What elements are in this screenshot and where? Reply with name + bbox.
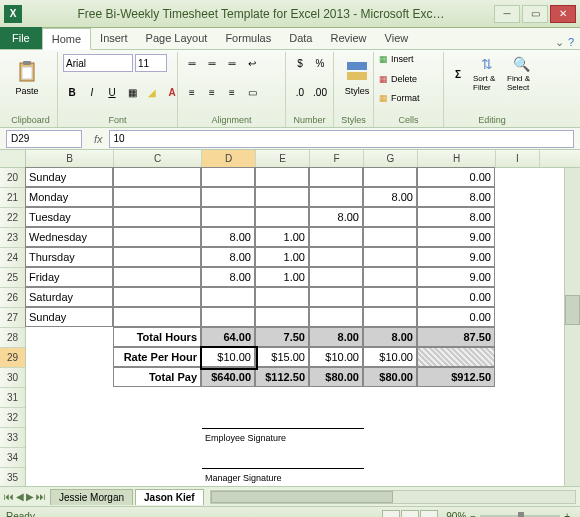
autosum-button[interactable]: Σ bbox=[449, 65, 467, 83]
tab-formulas[interactable]: Formulas bbox=[216, 27, 280, 49]
row-header-23[interactable]: 23 bbox=[0, 228, 25, 248]
tab-home[interactable]: Home bbox=[42, 28, 91, 50]
name-box[interactable]: D29 bbox=[6, 130, 82, 148]
cell-B23[interactable]: Wednesday bbox=[25, 227, 113, 247]
cell-C24[interactable] bbox=[113, 247, 201, 267]
cell-G24[interactable] bbox=[363, 247, 417, 267]
tab-view[interactable]: View bbox=[376, 27, 418, 49]
cell-F25[interactable] bbox=[309, 267, 363, 287]
col-header-C[interactable]: C bbox=[114, 150, 202, 167]
formula-input[interactable]: 10 bbox=[109, 130, 574, 148]
cell-G20[interactable] bbox=[363, 167, 417, 187]
col-header-D[interactable]: D bbox=[202, 150, 256, 167]
fill-color-button[interactable]: ◢ bbox=[143, 84, 161, 102]
cell-G26[interactable] bbox=[363, 287, 417, 307]
percent-button[interactable]: % bbox=[311, 54, 329, 72]
cell-B20[interactable]: Sunday bbox=[25, 167, 113, 187]
cell-H22[interactable]: 8.00 bbox=[417, 207, 495, 227]
paste-button[interactable]: Paste bbox=[9, 54, 45, 102]
cell-G21[interactable]: 8.00 bbox=[363, 187, 417, 207]
help-icon[interactable]: ? bbox=[568, 36, 574, 49]
row-header-26[interactable]: 26 bbox=[0, 288, 25, 308]
cell-C25[interactable] bbox=[113, 267, 201, 287]
sheet-tab-jason[interactable]: Jason Kief bbox=[135, 489, 204, 505]
cell-F20[interactable] bbox=[309, 167, 363, 187]
cell-H21[interactable]: 8.00 bbox=[417, 187, 495, 207]
cell-B27[interactable]: Sunday bbox=[25, 307, 113, 327]
row-header-22[interactable]: 22 bbox=[0, 208, 25, 228]
cell-F30[interactable]: $80.00 bbox=[309, 367, 363, 387]
sheet-tab-jessie[interactable]: Jessie Morgan bbox=[50, 489, 133, 505]
format-cells-button[interactable]: ▦Format bbox=[379, 93, 438, 103]
cell-C21[interactable] bbox=[113, 187, 201, 207]
cell-H23[interactable]: 9.00 bbox=[417, 227, 495, 247]
cell-D27[interactable] bbox=[201, 307, 255, 327]
tab-nav-first[interactable]: ⏮ bbox=[4, 491, 14, 502]
cell-E30[interactable]: $112.50 bbox=[255, 367, 309, 387]
cell-H30[interactable]: $912.50 bbox=[417, 367, 495, 387]
delete-cells-button[interactable]: ▦Delete bbox=[379, 74, 438, 84]
cells-area[interactable]: Sunday0.00Monday8.008.00Tuesday8.008.00W… bbox=[26, 168, 580, 486]
page-break-view-button[interactable] bbox=[420, 510, 438, 518]
col-header-B[interactable]: B bbox=[26, 150, 114, 167]
font-size-input[interactable] bbox=[135, 54, 167, 72]
cell-B21[interactable]: Monday bbox=[25, 187, 113, 207]
row-header-21[interactable]: 21 bbox=[0, 188, 25, 208]
cell-F26[interactable] bbox=[309, 287, 363, 307]
cell-F23[interactable] bbox=[309, 227, 363, 247]
cell-C20[interactable] bbox=[113, 167, 201, 187]
row-header-28[interactable]: 28 bbox=[0, 328, 25, 348]
align-bottom-button[interactable]: ═ bbox=[223, 54, 241, 72]
cell-F29[interactable]: $10.00 bbox=[309, 347, 363, 367]
zoom-out-button[interactable]: − bbox=[470, 511, 476, 517]
cell-C30[interactable]: Total Pay bbox=[113, 367, 201, 387]
underline-button[interactable]: U bbox=[103, 84, 121, 102]
cell-B26[interactable]: Saturday bbox=[25, 287, 113, 307]
row-header-34[interactable]: 34 bbox=[0, 448, 25, 468]
col-header-G[interactable]: G bbox=[364, 150, 418, 167]
cell-D35[interactable]: Manager Signature bbox=[202, 468, 364, 486]
cell-H20[interactable]: 0.00 bbox=[417, 167, 495, 187]
cell-D26[interactable] bbox=[201, 287, 255, 307]
increase-decimal-button[interactable]: .0 bbox=[291, 84, 309, 102]
merge-button[interactable]: ▭ bbox=[243, 84, 261, 102]
tab-nav-prev[interactable]: ◀ bbox=[16, 491, 24, 502]
font-name-input[interactable] bbox=[63, 54, 133, 72]
border-button[interactable]: ▦ bbox=[123, 84, 141, 102]
align-middle-button[interactable]: ═ bbox=[203, 54, 221, 72]
tab-insert[interactable]: Insert bbox=[91, 27, 137, 49]
row-header-30[interactable]: 30 bbox=[0, 368, 25, 388]
styles-button[interactable]: Styles bbox=[339, 54, 375, 102]
cell-F28[interactable]: 8.00 bbox=[309, 327, 363, 347]
cell-C27[interactable] bbox=[113, 307, 201, 327]
horizontal-scrollbar[interactable] bbox=[210, 490, 576, 504]
cell-H26[interactable]: 0.00 bbox=[417, 287, 495, 307]
row-header-33[interactable]: 33 bbox=[0, 428, 25, 448]
cell-E26[interactable] bbox=[255, 287, 309, 307]
cell-E21[interactable] bbox=[255, 187, 309, 207]
align-top-button[interactable]: ═ bbox=[183, 54, 201, 72]
row-headers[interactable]: 20212223242526272829303132333435 bbox=[0, 168, 26, 486]
cell-C22[interactable] bbox=[113, 207, 201, 227]
tab-nav-last[interactable]: ⏭ bbox=[36, 491, 46, 502]
cell-B22[interactable]: Tuesday bbox=[25, 207, 113, 227]
row-header-31[interactable]: 31 bbox=[0, 388, 25, 408]
decrease-decimal-button[interactable]: .00 bbox=[311, 84, 329, 102]
align-right-button[interactable]: ≡ bbox=[223, 84, 241, 102]
zoom-in-button[interactable]: + bbox=[564, 511, 570, 517]
row-header-20[interactable]: 20 bbox=[0, 168, 25, 188]
cell-E20[interactable] bbox=[255, 167, 309, 187]
close-button[interactable]: ✕ bbox=[550, 5, 576, 23]
cell-E23[interactable]: 1.00 bbox=[255, 227, 309, 247]
cell-G27[interactable] bbox=[363, 307, 417, 327]
minimize-button[interactable]: ─ bbox=[494, 5, 520, 23]
cell-E29[interactable]: $15.00 bbox=[255, 347, 309, 367]
minimize-ribbon-icon[interactable]: ⌄ bbox=[555, 36, 564, 49]
page-layout-view-button[interactable] bbox=[401, 510, 419, 518]
row-header-24[interactable]: 24 bbox=[0, 248, 25, 268]
cell-C29[interactable]: Rate Per Hour bbox=[113, 347, 201, 367]
cell-E28[interactable]: 7.50 bbox=[255, 327, 309, 347]
cell-C23[interactable] bbox=[113, 227, 201, 247]
italic-button[interactable]: I bbox=[83, 84, 101, 102]
col-header-H[interactable]: H bbox=[418, 150, 496, 167]
